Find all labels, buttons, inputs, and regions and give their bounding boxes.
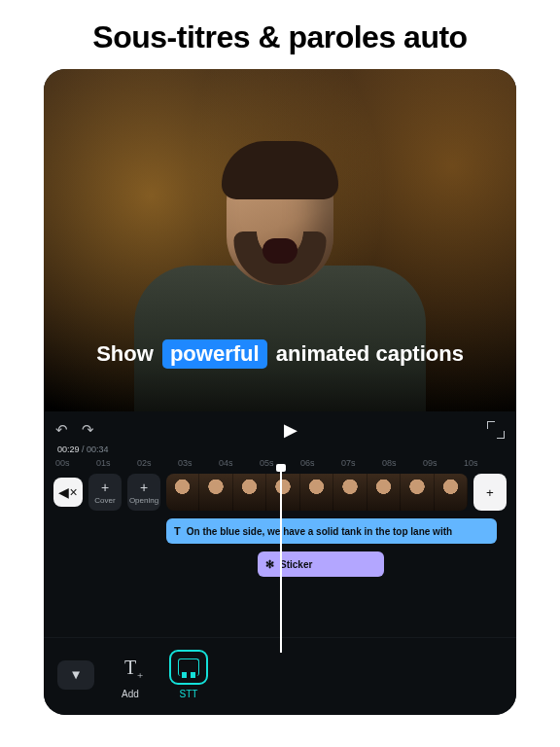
cover-label: Cover (94, 496, 115, 505)
text-icon: T (174, 525, 181, 537)
add-text-tool[interactable]: T Add (108, 650, 153, 699)
time-current: 00:29 (57, 445, 80, 454)
plus-icon: + (486, 485, 494, 500)
ruler-tick: 01s (96, 458, 137, 468)
caption-highlight: powerful (162, 339, 267, 369)
playhead[interactable] (280, 468, 282, 653)
add-clip-button[interactable]: + (473, 474, 507, 511)
video-preview[interactable]: Show powerful animated captions (44, 69, 516, 411)
ruler-tick: 09s (423, 458, 464, 468)
add-text-icon: T (124, 657, 136, 679)
page-title: Sous-titres & paroles auto (0, 0, 560, 69)
opening-label: Opening (129, 496, 158, 505)
clip-thumb (300, 474, 333, 511)
ruler-tick: 04s (219, 458, 260, 468)
sticker-layer[interactable]: ✻ Sticker (258, 551, 384, 577)
transport-bar: ↶ ↷ ▶ (44, 411, 516, 445)
clip-thumb (435, 474, 468, 511)
clip-thumb (166, 474, 199, 511)
caption-text-pre: Show (96, 341, 154, 366)
time-total: 00:34 (87, 445, 109, 454)
ruler-tick: 02s (137, 458, 178, 468)
opening-button[interactable]: + Opening (127, 474, 160, 511)
sticker-icon: ✻ (265, 558, 274, 571)
ruler-tick: 06s (300, 458, 341, 468)
plus-icon: + (101, 480, 109, 494)
clip-thumb (333, 474, 367, 511)
timecode: 00:29 / 00:34 (44, 445, 516, 454)
play-button[interactable]: ▶ (284, 419, 298, 441)
chevron-down-icon: ▼ (69, 667, 82, 682)
mute-icon: ◀× (58, 484, 77, 500)
timeline[interactable]: ◀× + Cover + Opening (44, 474, 516, 585)
clip-thumb (368, 474, 401, 511)
clip-thumb (266, 474, 299, 511)
mute-button[interactable]: ◀× (53, 478, 83, 507)
clip-thumb (401, 474, 434, 511)
ruler-tick: 10s (464, 458, 505, 468)
caption-layer-text: On the blue side, we have a solid tank i… (187, 526, 452, 537)
clip-thumb (233, 474, 266, 511)
caption-layer[interactable]: T On the blue side, we have a solid tank… (166, 518, 497, 544)
ruler-tick: 07s (341, 458, 382, 468)
fullscreen-button[interactable] (487, 421, 505, 439)
redo-button[interactable]: ↷ (82, 421, 94, 439)
stt-icon (178, 658, 199, 676)
undo-button[interactable]: ↶ (55, 421, 68, 439)
clip[interactable] (166, 474, 468, 511)
ruler-tick: 03s (178, 458, 219, 468)
stt-label: STT (180, 689, 198, 699)
clip-thumb (199, 474, 232, 511)
cover-button[interactable]: + Cover (88, 474, 122, 511)
ruler-tick: 00s (55, 458, 96, 468)
collapse-button[interactable]: ▼ (57, 660, 94, 690)
plus-icon: + (140, 480, 148, 494)
caption-text-post: animated captions (276, 341, 464, 366)
caption-overlay: Show powerful animated captions (44, 339, 516, 369)
ruler-tick: 08s (382, 458, 423, 468)
stt-tool[interactable]: STT (166, 650, 211, 699)
editor-frame: Show powerful animated captions ↶ ↷ ▶ 00… (44, 69, 516, 715)
add-text-label: Add (122, 689, 139, 699)
sticker-layer-text: Sticker (280, 559, 312, 570)
